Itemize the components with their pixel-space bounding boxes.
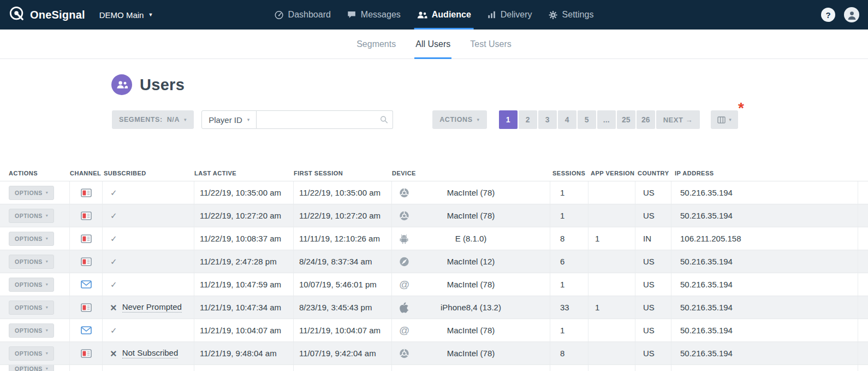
row-options-button[interactable]: OPTIONS ▾ <box>9 365 54 371</box>
table-row: OPTIONS ▾ 11/21/19, 10:47:59 am 10/07/19… <box>0 273 868 296</box>
tab-label: All Users <box>415 39 450 49</box>
caret-down-icon: ▾ <box>46 259 49 264</box>
nav-item-label: Messages <box>361 10 401 20</box>
first-session-cell: 11/07/19, 9:42:04 am <box>294 342 392 364</box>
avatar[interactable] <box>844 7 859 22</box>
ip-address-cell: 106.211.205.158 <box>671 227 858 250</box>
audience-icon <box>417 11 427 19</box>
sessions-cell: 6 <box>550 250 588 273</box>
toolbar-right: ACTIONS ▾ 1 2 3 4 5 ... 25 26 NEXT → ▾ * <box>432 110 738 129</box>
nav-item-audience[interactable]: Audience <box>409 0 479 30</box>
stub-cell <box>858 319 868 341</box>
tab-label: Test Users <box>470 39 512 49</box>
at-icon: @ <box>399 325 409 337</box>
page-ellipsis[interactable]: ... <box>597 110 616 129</box>
subscribed-cell <box>103 250 194 273</box>
chrome-icon <box>399 210 409 221</box>
chrome-icon <box>399 187 409 198</box>
player-id-select[interactable]: Player ID ▾ <box>201 110 257 129</box>
col-subscribed: SUBSCRIBED <box>103 170 194 176</box>
navbar-right: ? <box>821 7 859 22</box>
nav-item-label: Audience <box>432 10 471 20</box>
device-cell: MacIntel (78) <box>392 204 550 227</box>
row-options-button[interactable]: OPTIONS ▾ <box>9 278 54 292</box>
nav-item-messages[interactable]: Messages <box>339 0 409 30</box>
player-id-label: Player ID <box>209 115 242 125</box>
channel-icon-slot <box>81 349 92 358</box>
options-label: OPTIONS <box>15 235 43 242</box>
subscribed-status-text[interactable]: Never Prompted <box>122 302 182 313</box>
tab-segments[interactable]: Segments <box>356 30 396 58</box>
page-button-4[interactable]: 4 <box>558 110 576 129</box>
first-session-cell: 8/23/19, 3:45:43 pm <box>294 296 392 319</box>
nav-item-settings[interactable]: Settings <box>540 0 602 30</box>
subscribed-cell <box>103 204 194 227</box>
stub-cell <box>858 204 868 227</box>
country-cell <box>635 365 671 371</box>
push-channel-icon <box>81 211 92 220</box>
tab-bar: Segments All Users Test Users <box>0 30 868 59</box>
first-session-cell: 11/22/19, 10:35:00 am <box>294 181 392 204</box>
country-cell: US <box>635 204 671 227</box>
channel-cell <box>70 273 103 296</box>
help-button[interactable]: ? <box>821 8 835 22</box>
page-button-25[interactable]: 25 <box>617 110 635 129</box>
country-cell: IN <box>635 227 671 250</box>
actions-cell: OPTIONS ▾ <box>0 227 70 250</box>
subscribed-mark-icon <box>110 326 117 335</box>
tab-all-users[interactable]: All Users <box>415 30 450 58</box>
caret-down-icon: ▾ <box>46 236 49 241</box>
page: OneSignal DEMO Main ▼ Dashboard Messages <box>0 0 868 371</box>
page-button-26[interactable]: 26 <box>637 110 655 129</box>
actions-button[interactable]: ACTIONS ▾ <box>432 110 487 129</box>
nav-item-dashboard[interactable]: Dashboard <box>266 0 339 30</box>
app-version-cell <box>588 273 635 296</box>
actions-cell: OPTIONS ▾ <box>0 365 70 371</box>
tab-label: Segments <box>356 39 396 49</box>
row-options-button[interactable]: OPTIONS ▾ <box>9 255 54 269</box>
brand[interactable]: OneSignal <box>9 5 85 24</box>
device-name: E (8.1.0) <box>455 234 487 243</box>
push-channel-icon <box>81 303 92 312</box>
page-head: Users <box>111 74 868 95</box>
app-selector-dropdown[interactable]: DEMO Main ▼ <box>99 10 153 20</box>
page-button-5[interactable]: 5 <box>578 110 596 129</box>
columns-button[interactable]: ▾ <box>711 110 738 129</box>
ip-address-cell: 50.216.35.194 <box>671 296 858 319</box>
tab-test-users[interactable]: Test Users <box>470 30 512 58</box>
channel-cell <box>70 204 103 227</box>
page-button-1[interactable]: 1 <box>499 110 518 129</box>
ip-address-cell: 50.216.35.194 <box>671 181 858 204</box>
channel-icon-slot <box>81 189 92 197</box>
table-row: OPTIONS ▾ 11/22/19, 10:35:00 am 11/22/19… <box>0 181 868 204</box>
row-options-button[interactable]: OPTIONS ▾ <box>9 209 54 223</box>
row-options-button[interactable]: OPTIONS ▾ <box>9 323 54 338</box>
caret-down-icon: ▾ <box>46 351 49 356</box>
country-cell: US <box>635 181 671 204</box>
stub-cell <box>858 365 868 371</box>
row-options-button[interactable]: OPTIONS ▾ <box>9 301 54 315</box>
first-session-cell: 10/07/19, 5:46:01 pm <box>294 273 392 296</box>
nav-item-delivery[interactable]: Delivery <box>479 0 540 30</box>
col-country: COUNTRY <box>635 170 671 176</box>
device-cell <box>392 365 550 371</box>
page-button-3[interactable]: 3 <box>538 110 557 129</box>
row-options-button[interactable]: OPTIONS ▾ <box>9 232 54 246</box>
subscribed-status-text[interactable]: Not Subscribed <box>122 348 179 358</box>
device-cell: MacIntel (12) <box>392 250 550 273</box>
user-silhouette-icon <box>847 10 857 20</box>
next-page-button[interactable]: NEXT → <box>656 110 700 129</box>
stub-cell <box>858 250 868 273</box>
player-search-input[interactable] <box>257 110 393 129</box>
actions-cell: OPTIONS ▾ <box>0 296 70 319</box>
table-row: OPTIONS ▾ <box>0 365 868 371</box>
subscribed-mark-icon <box>110 188 117 198</box>
row-options-button[interactable]: OPTIONS ▾ <box>9 186 54 200</box>
country-cell: US <box>635 296 671 319</box>
row-options-button[interactable]: OPTIONS ▾ <box>9 346 54 361</box>
segments-filter-button[interactable]: SEGMENTS: N/A ▾ <box>112 110 194 129</box>
first-session-cell: 11/11/19, 12:10:26 am <box>294 227 392 250</box>
onesignal-logo-icon <box>9 5 25 24</box>
page-button-2[interactable]: 2 <box>519 110 537 129</box>
app-version-cell <box>588 250 635 273</box>
